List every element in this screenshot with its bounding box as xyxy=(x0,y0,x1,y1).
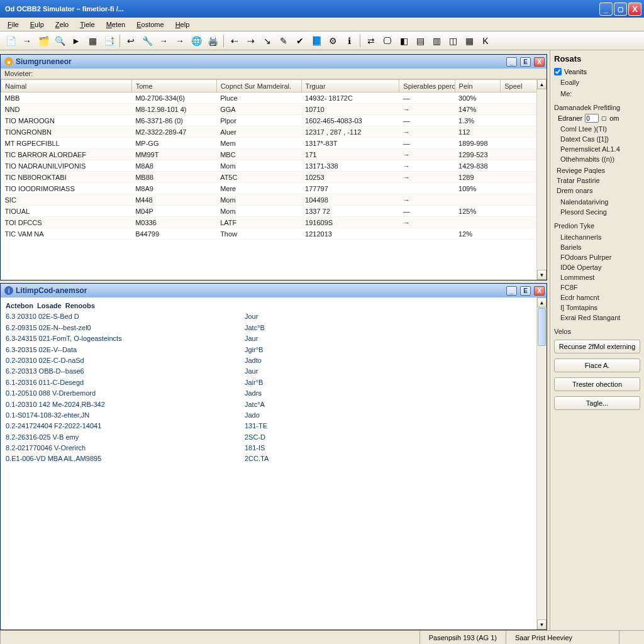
table-row[interactable]: TIC NB8OROKTABIMB88AT5C10253→1289 xyxy=(1,172,547,183)
sidebar-item[interactable]: FC8F xyxy=(554,282,640,292)
log-vscroll[interactable]: ▲ ▼ xyxy=(536,297,547,630)
edraner-field[interactable]: Edraner ▢ om xyxy=(554,114,640,123)
sidebar-item[interactable]: Nalendatariving xyxy=(554,197,640,207)
toolbar-button[interactable]: ⚙ xyxy=(326,34,340,48)
window-minimize-button[interactable]: _ xyxy=(599,3,613,16)
log-maximize-button[interactable]: E xyxy=(520,286,531,296)
toolbar-button[interactable]: ⇢ xyxy=(244,34,258,48)
toolbar-button[interactable]: ✎ xyxy=(277,34,291,48)
simulator-vscroll[interactable]: ▲ ▼ xyxy=(536,79,547,280)
toolbar-button[interactable]: 📑 xyxy=(102,34,116,48)
sidebar-item[interactable]: Exrai Red Stangant xyxy=(554,313,640,323)
sidebar-item[interactable]: I] Tomtapins xyxy=(554,303,640,313)
sidebar-item[interactable]: ID0è Opertay xyxy=(554,262,640,272)
log-minimize-button[interactable]: _ xyxy=(506,286,517,296)
toolbar-button[interactable]: → xyxy=(173,34,187,48)
table-row[interactable]: SICM448Mom104498→ xyxy=(1,194,547,206)
table-row[interactable]: TIC BARROR ALORDAEFMM99TMBC171→1299-523 xyxy=(1,149,547,160)
fiace-button[interactable]: Fiace A. xyxy=(554,358,640,372)
column-header[interactable]: Copnct Sur Mamdeiral. xyxy=(216,80,301,92)
table-row[interactable]: NNDM8-12.98-101 4)GGA10710→147% xyxy=(1,104,547,115)
toolbar-button[interactable]: ▦ xyxy=(86,34,99,48)
sidebar-item[interactable]: Ecdr hamcnt xyxy=(554,292,640,303)
menu-help[interactable]: Help xyxy=(170,19,195,30)
toolbar-button[interactable]: K xyxy=(479,34,492,48)
table-row[interactable]: TIO IOODRIMORIASSM8A9Mere177797109% xyxy=(1,183,547,194)
toolbar-button[interactable]: ▤ xyxy=(413,34,427,48)
table-row[interactable]: TIO MAROOGNM6-3371-86 (0)Plpor1602-465-4… xyxy=(1,115,547,126)
sidebar-item[interactable]: Tratar Pastirie xyxy=(554,175,640,186)
table-row[interactable]: TOI DFCCSM0336LATF191609S→ xyxy=(1,217,547,228)
table-row[interactable]: MBBM0-2706-334(6)Pluce14932- 18172C—300% xyxy=(1,92,547,104)
menu-eostome[interactable]: Eostome xyxy=(131,19,169,30)
toolbar-button[interactable]: → xyxy=(157,34,170,48)
scroll-up-icon[interactable]: ▲ xyxy=(537,79,547,89)
recunse-button[interactable]: Recunse 2fMol externing xyxy=(554,340,640,353)
toolbar-button[interactable]: ◧ xyxy=(397,34,411,48)
sidebar-item[interactable]: Me: xyxy=(554,89,640,99)
toolbar-button[interactable]: 📄 xyxy=(4,34,18,48)
scroll-thumb[interactable] xyxy=(538,308,546,346)
toolbar-button[interactable]: ▥ xyxy=(430,34,443,48)
scroll-up-icon[interactable]: ▲ xyxy=(537,297,547,308)
sidebar-item[interactable]: Datext Cas ([1]) xyxy=(554,134,640,144)
sidebar-item[interactable]: Reviege Paqles xyxy=(554,165,640,175)
column-header[interactable]: Tome xyxy=(131,80,216,92)
log-close-button[interactable]: X xyxy=(534,286,545,296)
table-row[interactable]: TIOUALM04PMom1337 72—125% xyxy=(1,206,547,217)
sidebar-item[interactable]: Pernemslicet AL1.4 xyxy=(554,144,640,154)
window-maximize-button[interactable]: ▢ xyxy=(614,3,627,16)
toolbar-button[interactable]: ► xyxy=(69,34,83,48)
toolbar-button[interactable]: 🔧 xyxy=(140,34,154,48)
sidebar-item[interactable]: Plesord Secing xyxy=(554,207,640,217)
toolbar-button[interactable]: → xyxy=(20,34,34,48)
sidebar-item[interactable]: Lommmest xyxy=(554,272,640,282)
sidebar-item[interactable]: Eoally xyxy=(554,77,640,87)
menu-tiele[interactable]: Tiele xyxy=(75,19,99,30)
simulator-close-button[interactable]: X xyxy=(534,57,545,67)
sidebar-item[interactable]: FOdoars Pulrper xyxy=(554,252,640,262)
table-row[interactable]: MT RGPECFIBLLMP-GGMem1317*-83T—1899-998 xyxy=(1,138,547,149)
menu-eulp[interactable]: Eulp xyxy=(25,19,49,30)
scroll-down-icon[interactable]: ▼ xyxy=(537,270,547,280)
toolbar-button[interactable]: ▦ xyxy=(462,34,476,48)
sidebar-item[interactable]: Bariels xyxy=(554,242,640,252)
tagle-button[interactable]: Tagle... xyxy=(554,396,640,410)
table-row[interactable]: TIONGRONBNM2-3322-289-47Aluer12317 , 287… xyxy=(1,126,547,138)
toolbar-button[interactable]: 🌐 xyxy=(189,34,203,48)
column-header[interactable]: Trguar xyxy=(301,80,399,92)
toolbar-button[interactable]: 🔍 xyxy=(53,34,67,48)
toolbar-button[interactable]: ✔ xyxy=(293,34,307,48)
sidebar-item[interactable]: Litechannerls xyxy=(554,232,640,242)
toolbar-button[interactable]: 📘 xyxy=(309,34,323,48)
simulator-minimize-button[interactable]: _ xyxy=(506,57,517,67)
toolbar-button[interactable]: ℹ xyxy=(342,34,356,48)
toolbar-button[interactable]: ↘ xyxy=(260,34,274,48)
toolbar-button[interactable]: 🗂️ xyxy=(36,34,50,48)
toolbar-button[interactable]: ◫ xyxy=(446,34,460,48)
toolbar-button[interactable]: ⇠ xyxy=(228,34,242,48)
simulator-table-wrap[interactable]: NaimalTomeCopnct Sur Mamdeiral.TrguarSpi… xyxy=(1,79,547,280)
toolbar-button[interactable]: 🖵 xyxy=(380,34,394,48)
sidebar-item[interactable]: Othehmabits ((n)) xyxy=(554,154,640,164)
simulator-maximize-button[interactable]: E xyxy=(520,57,531,67)
table-row[interactable]: TIO NADRAUNILVIPONISM8A8Mom13171-338→142… xyxy=(1,160,547,172)
scroll-down-icon[interactable]: ▼ xyxy=(537,619,547,630)
column-header[interactable]: Spierables pperc. xyxy=(399,80,455,92)
menu-zelo[interactable]: Zelo xyxy=(50,19,74,30)
trester-button[interactable]: Trester ohection xyxy=(554,377,640,391)
menu-file[interactable]: File xyxy=(3,19,24,30)
column-header[interactable]: Naimal xyxy=(1,80,132,92)
window-close-button[interactable]: X xyxy=(628,3,641,16)
column-header[interactable]: Pein xyxy=(455,80,501,92)
log-panel-header[interactable]: i LitimpCod-anemsor _ E X xyxy=(1,284,547,297)
sidebar-item[interactable]: Drem onars xyxy=(554,186,640,196)
menu-meten[interactable]: Meten xyxy=(101,19,131,30)
stepper-icon[interactable]: ▢ xyxy=(601,115,607,121)
veanits-checkbox[interactable]: Veanits xyxy=(554,67,640,76)
sidebar-item[interactable]: Coml Ltee )(TI) xyxy=(554,124,640,134)
edraner-input[interactable] xyxy=(585,114,599,123)
toolbar-button[interactable]: 🖨️ xyxy=(206,34,219,48)
toolbar-button[interactable]: ⇄ xyxy=(364,34,378,48)
simulator-panel-header[interactable]: ● Siumgruneneor _ E X xyxy=(1,55,547,69)
